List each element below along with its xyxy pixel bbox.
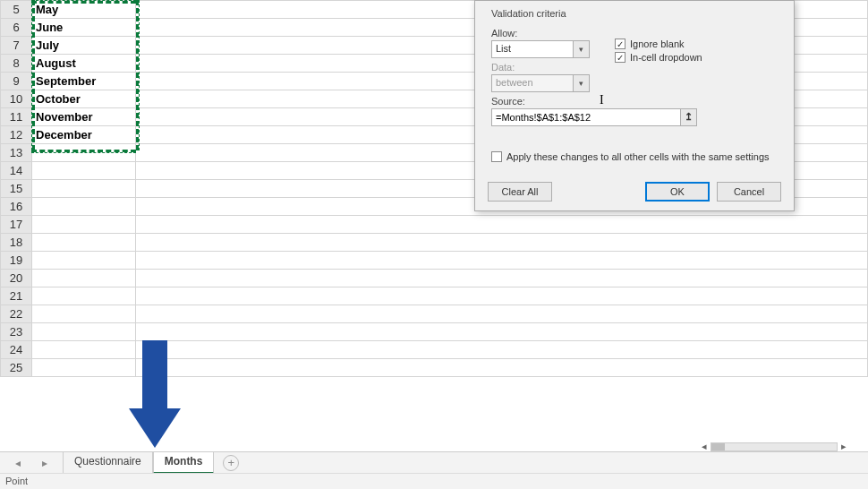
cell[interactable]: [32, 270, 136, 287]
cell[interactable]: [136, 323, 868, 341]
row-header[interactable]: 16: [1, 198, 32, 216]
incell-dropdown-label: In-cell dropdown: [630, 52, 702, 63]
nav-next-icon[interactable]: ▸: [42, 457, 47, 469]
cell[interactable]: [136, 341, 868, 359]
allow-label: Allow:: [491, 28, 599, 39]
text-cursor-icon: I: [600, 93, 604, 107]
cell[interactable]: December: [32, 126, 136, 144]
horizontal-scrollbar[interactable]: ◂ ▸: [698, 441, 850, 453]
cell[interactable]: [32, 341, 136, 359]
row-header[interactable]: 22: [1, 305, 32, 323]
scroll-left-icon[interactable]: ◂: [698, 441, 711, 453]
row-header[interactable]: 10: [1, 90, 32, 108]
source-label: Source:: [491, 96, 781, 107]
cell[interactable]: [136, 234, 868, 252]
data-dropdown: between ▾: [491, 74, 590, 92]
row-header[interactable]: 6: [1, 19, 32, 37]
apply-all-label: Apply these changes to all other cells w…: [506, 151, 770, 162]
selection-marquee: [31, 0, 136, 4]
row-header[interactable]: 11: [1, 108, 32, 126]
cell[interactable]: [136, 252, 868, 270]
cell[interactable]: November: [32, 108, 136, 126]
incell-dropdown-checkbox[interactable]: ✓: [615, 52, 625, 63]
cell[interactable]: [32, 234, 136, 252]
cell[interactable]: October: [32, 90, 136, 108]
cell[interactable]: [32, 287, 136, 305]
cell[interactable]: August: [32, 55, 136, 73]
chevron-down-icon[interactable]: ▾: [573, 41, 589, 57]
cell[interactable]: [32, 162, 136, 180]
cell[interactable]: [136, 270, 868, 287]
cell[interactable]: [32, 198, 136, 216]
row-header[interactable]: 24: [1, 341, 32, 359]
add-sheet-button[interactable]: +: [223, 455, 239, 471]
cell[interactable]: September: [32, 73, 136, 90]
cell[interactable]: [32, 305, 136, 323]
cell[interactable]: [32, 323, 136, 341]
row-header[interactable]: 14: [1, 162, 32, 180]
ignore-blank-label: Ignore blank: [630, 39, 685, 49]
row-header[interactable]: 7: [1, 37, 32, 55]
status-mode: Point: [5, 476, 28, 486]
ignore-blank-checkbox[interactable]: ✓: [615, 39, 625, 49]
cancel-button[interactable]: Cancel: [717, 182, 781, 202]
scroll-track[interactable]: [711, 442, 838, 451]
row-header[interactable]: 5: [1, 1, 32, 19]
row-header[interactable]: 18: [1, 234, 32, 252]
scroll-thumb[interactable]: [711, 443, 725, 450]
row-header[interactable]: 9: [1, 73, 32, 90]
ok-button[interactable]: OK: [645, 182, 710, 202]
annotation-arrow: [129, 340, 181, 448]
data-label: Data:: [491, 62, 599, 73]
row-header[interactable]: 19: [1, 252, 32, 270]
cell[interactable]: [136, 216, 868, 234]
row-header[interactable]: 20: [1, 270, 32, 287]
selection-marquee: [31, 0, 35, 150]
apply-all-checkbox[interactable]: [491, 151, 502, 162]
row-header[interactable]: 12: [1, 126, 32, 144]
row-header[interactable]: 13: [1, 144, 32, 162]
sheet-tab-bar: ◂ ▸ Questionnaire Months + ◂ ▸: [0, 451, 868, 473]
cell[interactable]: [32, 180, 136, 198]
row-header[interactable]: 25: [1, 359, 32, 377]
cell[interactable]: [32, 216, 136, 234]
tab-months[interactable]: Months: [153, 452, 215, 474]
validation-criteria-label: Validation criteria: [491, 8, 781, 19]
clear-all-button[interactable]: Clear All: [488, 182, 552, 202]
data-validation-dialog: Validation criteria Allow: List ▾ Data: …: [474, 0, 795, 211]
cell[interactable]: [136, 305, 868, 323]
cell[interactable]: [136, 287, 868, 305]
selection-marquee: [31, 150, 136, 153]
row-header[interactable]: 23: [1, 323, 32, 341]
row-header[interactable]: 15: [1, 180, 32, 198]
selection-marquee: [136, 0, 140, 150]
source-input[interactable]: [492, 109, 680, 125]
scroll-right-icon[interactable]: ▸: [838, 441, 850, 453]
range-picker-icon[interactable]: ↥: [680, 109, 696, 125]
tab-questionnaire[interactable]: Questionnaire: [63, 452, 153, 474]
allow-dropdown[interactable]: List ▾: [491, 40, 590, 58]
tab-nav: ◂ ▸: [0, 457, 63, 469]
cell[interactable]: [32, 252, 136, 270]
row-header[interactable]: 8: [1, 55, 32, 73]
row-header[interactable]: 17: [1, 216, 32, 234]
chevron-down-icon: ▾: [573, 75, 589, 91]
cell[interactable]: June: [32, 19, 136, 37]
cell[interactable]: July: [32, 37, 136, 55]
cell[interactable]: [32, 359, 136, 377]
cell[interactable]: [136, 359, 868, 377]
status-bar: Point: [0, 473, 868, 489]
row-header[interactable]: 21: [1, 287, 32, 305]
nav-prev-icon[interactable]: ◂: [15, 457, 21, 469]
